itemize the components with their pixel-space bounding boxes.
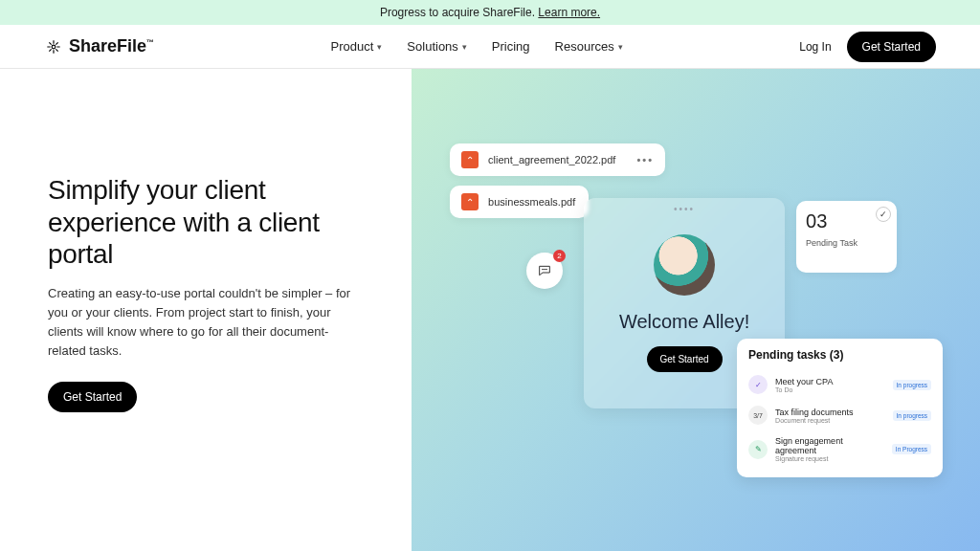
nav-product[interactable]: Product▾: [331, 39, 383, 54]
status-badge: In progress: [893, 410, 932, 421]
nav-actions: Log In Get Started: [799, 32, 936, 62]
nav-pricing[interactable]: Pricing: [492, 39, 530, 54]
hero-cta-button[interactable]: Get Started: [48, 382, 137, 412]
hero-copy: Simplify your client experience with a c…: [0, 69, 412, 551]
welcome-cta-button: Get Started: [647, 346, 723, 372]
task-row: 3/7 Tax filing documentsDocument request…: [737, 400, 943, 430]
pending-tasks-list: Pending tasks (3) ✓ Meet your CPATo Do I…: [737, 339, 943, 477]
nav-solutions[interactable]: Solutions▾: [407, 39, 466, 54]
hero-headline: Simplify your client experience with a c…: [48, 174, 385, 271]
pdf-icon: ⌃: [461, 151, 479, 168]
nav-resources[interactable]: Resources▾: [555, 39, 623, 54]
task-row: ✓ Meet your CPATo Do In progress: [737, 369, 943, 400]
status-badge: In progress: [893, 380, 932, 390]
more-icon: •••: [637, 154, 655, 165]
announcement-text: Progress to acquire ShareFile.: [380, 6, 538, 19]
file-card: ⌃ client_agreement_2022.pdf •••: [450, 143, 665, 176]
get-started-button[interactable]: Get Started: [847, 32, 936, 62]
hero-subtext: Creating an easy-to-use portal couldn't …: [48, 284, 364, 362]
svg-point-2: [545, 269, 546, 270]
status-badge: In Progress: [892, 444, 931, 454]
task-icon: 3/7: [748, 406, 768, 425]
sharefile-logo-icon: [44, 37, 63, 56]
announcement-bar: Progress to acquire ShareFile. Learn mor…: [0, 0, 980, 25]
tasks-title: Pending tasks (3): [737, 348, 943, 369]
task-icon: ✓: [748, 375, 768, 394]
chevron-down-icon: ▾: [618, 42, 623, 52]
nav-links: Product▾ Solutions▾ Pricing Resources▾: [331, 39, 623, 54]
svg-point-0: [52, 45, 56, 49]
pdf-icon: ⌃: [461, 193, 479, 210]
avatar: [654, 234, 715, 296]
svg-point-1: [543, 269, 544, 270]
task-row: ✎ Sign engagement agreementSignature req…: [737, 430, 943, 468]
welcome-title: Welcome Alley!: [619, 311, 749, 333]
hero-section: Simplify your client experience with a c…: [0, 69, 980, 551]
file-name: businessmeals.pdf: [488, 196, 575, 208]
logo[interactable]: ShareFile™: [44, 36, 154, 56]
notification-badge: 2: [553, 250, 566, 262]
login-link[interactable]: Log In: [799, 40, 831, 54]
drag-handle-icon: ••••: [674, 204, 695, 214]
hero-illustration: ⌃ client_agreement_2022.pdf ••• ⌃ busine…: [412, 69, 980, 551]
checkmark-icon: ✓: [876, 207, 891, 222]
task-icon: ✎: [748, 440, 768, 459]
pending-task-card: ✓ 03 Pending Task: [796, 201, 897, 273]
pending-label: Pending Task: [806, 238, 887, 248]
chevron-down-icon: ▾: [377, 42, 382, 52]
announcement-link[interactable]: Learn more.: [538, 6, 600, 19]
chevron-down-icon: ▾: [462, 42, 467, 52]
file-name: client_agreement_2022.pdf: [488, 154, 615, 165]
file-card: ⌃ businessmeals.pdf: [450, 186, 589, 218]
chat-icon: 2: [526, 253, 563, 289]
top-nav: ShareFile™ Product▾ Solutions▾ Pricing R…: [0, 25, 980, 69]
svg-point-3: [546, 269, 547, 270]
